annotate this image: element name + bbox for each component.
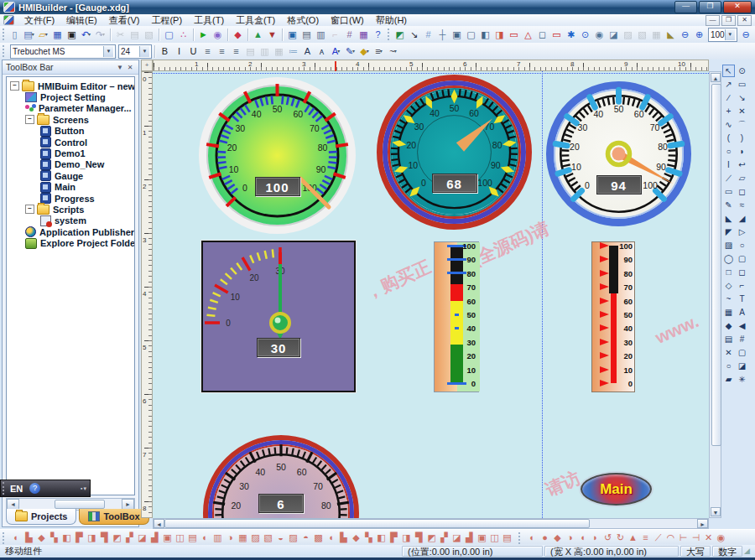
tree-item-screens[interactable]: −Screens: [7, 114, 134, 125]
tree-expander-icon[interactable]: −: [10, 81, 19, 91]
monitor-icon[interactable]: ▣: [285, 28, 299, 41]
italic-icon[interactable]: I: [172, 44, 186, 58]
tree-item-explore-project-folder[interactable]: Explore Project Folder: [7, 237, 134, 248]
pencil-tool-icon[interactable]: ✎: [722, 199, 735, 211]
thermo-green[interactable]: 1009080706050403020100: [434, 241, 479, 392]
tree-item-progress[interactable]: Progress: [7, 193, 134, 204]
shape-widget-icon-6[interactable]: ▛: [73, 531, 86, 544]
shape-widget-icon-33[interactable]: ▜: [413, 531, 425, 544]
tree-item-control[interactable]: Control: [7, 137, 134, 148]
symbol-widget-icon-10[interactable]: ≡: [639, 531, 652, 544]
ellipse2-tool-icon[interactable]: ○: [722, 360, 735, 372]
gauge-panel[interactable]: 0102030: [201, 241, 356, 392]
font-smaller-icon[interactable]: ᴀ: [315, 44, 329, 58]
shape-widget-icon-5[interactable]: ◧: [60, 531, 73, 544]
group-icon[interactable]: ▣: [450, 28, 464, 41]
list-icon[interactable]: ≔: [286, 44, 300, 58]
panel-close-icon[interactable]: ✕: [125, 64, 135, 71]
shape-widget-icon-22[interactable]: ◒: [274, 531, 287, 544]
tree-expander-icon[interactable]: −: [25, 205, 34, 214]
shape-widget-icon-28[interactable]: ◆: [350, 531, 362, 544]
wave-tool-icon[interactable]: ≈: [736, 199, 748, 211]
shape-widget-icon-4[interactable]: ▚: [48, 531, 60, 544]
form-tool-icon[interactable]: ▤: [722, 333, 735, 345]
widgetbar-grip-2[interactable]: [518, 532, 523, 544]
shape-widget-icon-29[interactable]: ▚: [362, 531, 375, 544]
chart-tool-icon[interactable]: ◩: [393, 28, 407, 41]
zoom-select-tool-icon[interactable]: ⊙: [736, 65, 748, 77]
save-icon[interactable]: ▦: [50, 28, 65, 41]
fontbar-grip[interactable]: [3, 45, 7, 57]
arrow-tool-icon[interactable]: ↘: [736, 91, 748, 104]
save-all-icon[interactable]: ▣: [65, 28, 79, 41]
tri-left-tool-icon[interactable]: ◣: [722, 212, 735, 225]
pen-color-icon[interactable]: ✎▾: [343, 44, 357, 58]
corner-tool-icon[interactable]: ⌐: [736, 279, 748, 292]
pointer-mode-icon[interactable]: ↘: [407, 28, 421, 41]
shape-widget-icon-23[interactable]: ▨: [287, 531, 299, 544]
square-tool-icon[interactable]: □: [722, 266, 735, 278]
copy-icon[interactable]: ▤: [128, 28, 142, 41]
ellipse-arc-tool-icon[interactable]: ○: [722, 145, 735, 158]
font-bigger-icon[interactable]: A: [300, 44, 315, 58]
panel-dropdown-icon[interactable]: ▼: [115, 64, 125, 71]
symbol-widget-icon-15[interactable]: ✕: [702, 531, 715, 544]
arc-tool-icon[interactable]: (: [722, 132, 735, 144]
circle-tool-icon[interactable]: ○: [736, 239, 748, 251]
guide-lines-icon[interactable]: ┼: [435, 28, 450, 41]
curve-tool-icon[interactable]: ⌒: [736, 118, 748, 131]
main-screen-button[interactable]: Main: [581, 473, 652, 506]
symbol-widget-icon-3[interactable]: ◆: [551, 531, 564, 544]
triangle-tool-icon[interactable]: △: [521, 28, 535, 41]
gauge-green[interactable]: 0102030405060708090100: [199, 77, 356, 234]
shape-widget-icon-25[interactable]: ▩: [312, 531, 325, 544]
region-tool-icon[interactable]: ◪: [736, 360, 748, 372]
shape-widget-icon-12[interactable]: ▟: [148, 531, 161, 544]
open-icon[interactable]: ▱▾: [36, 28, 50, 41]
rotate-tool-icon[interactable]: ↗: [722, 78, 735, 91]
font-family-combo[interactable]: Trebuchet MS ▼: [10, 44, 116, 59]
run-icon[interactable]: ►: [196, 28, 211, 41]
shape-widget-icon-16[interactable]: ◐: [199, 531, 211, 544]
shape-widget-icon-13[interactable]: ▣: [161, 531, 174, 544]
shape-widget-icon-37[interactable]: ▟: [463, 531, 476, 544]
align-right-icon[interactable]: ≡: [229, 44, 243, 58]
mdi-minimize-button[interactable]: —: [706, 15, 720, 26]
align-right-obj-icon[interactable]: ▦: [649, 28, 664, 41]
scroll-right-icon[interactable]: ►: [697, 519, 708, 528]
shape-widget-icon-2[interactable]: ▙: [23, 531, 35, 544]
scrollbar-thumb[interactable]: [55, 500, 105, 509]
shape-widget-icon-40[interactable]: ▤: [501, 531, 513, 544]
shape-widget-icon-24[interactable]: ◓: [299, 531, 312, 544]
text-tool-icon[interactable]: T: [736, 293, 748, 305]
symbol-widget-icon-4[interactable]: ◑: [564, 531, 576, 544]
spline-tool-icon[interactable]: ∿: [722, 118, 735, 131]
shape-widget-icon-9[interactable]: ◩: [111, 531, 123, 544]
oval-tool-icon[interactable]: ◯: [722, 252, 735, 265]
component-box-icon[interactable]: ▦: [357, 28, 371, 41]
menu-item-8[interactable]: 帮助(H): [370, 14, 413, 26]
toolbar-grip-2[interactable]: [388, 29, 389, 40]
diamond-tool-icon[interactable]: ◇: [722, 279, 735, 292]
red-frame-icon[interactable]: ▭: [507, 28, 521, 41]
shape-widget-icon-10[interactable]: ▞: [123, 531, 136, 544]
tree-item-application-publisher[interactable]: Application Publisher: [7, 226, 134, 237]
help-icon[interactable]: ?: [371, 28, 385, 41]
shape-widget-icon-36[interactable]: ◪: [450, 531, 463, 544]
print-icon[interactable]: ▤: [299, 28, 314, 41]
chevron-down-icon[interactable]: ▼: [139, 46, 149, 57]
eraser-icon[interactable]: ◣: [664, 28, 678, 41]
resize-grip[interactable]: ◢: [744, 546, 755, 557]
send-back-icon[interactable]: ◨: [492, 28, 507, 41]
grid-icon[interactable]: #: [342, 28, 357, 41]
close-button[interactable]: ✕: [723, 1, 752, 13]
arc2-tool-icon[interactable]: ): [736, 132, 748, 144]
select-tool-icon[interactable]: ↖: [722, 65, 735, 77]
canvas-vscrollbar[interactable]: ▲ ▼: [709, 71, 721, 518]
line-style-icon[interactable]: ≡▾: [372, 44, 386, 58]
bold-icon[interactable]: B: [158, 44, 172, 58]
draw-mode-icon[interactable]: ⌐: [328, 28, 342, 41]
symbol-widget-icon-14[interactable]: ⊣: [690, 531, 702, 544]
valign-top-icon[interactable]: ▤: [243, 44, 258, 58]
gauge-white[interactable]: 0102030405060708090100: [546, 81, 691, 226]
